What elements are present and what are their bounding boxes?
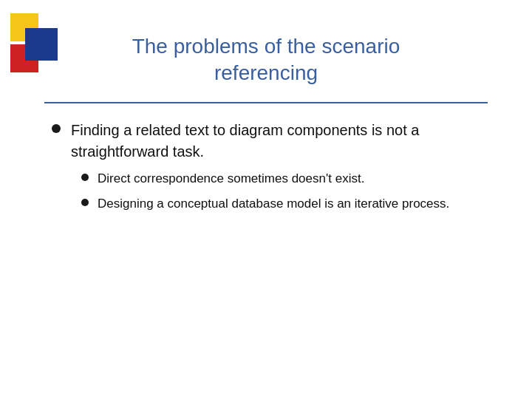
sub-bullet-dot-1	[81, 174, 89, 181]
title-line1: The problems of the scenario	[132, 35, 400, 58]
sub-bullet-1: Direct correspondence sometimes doesn't …	[81, 170, 488, 188]
decorative-squares	[0, 0, 52, 96]
sub-bullets-list: Direct correspondence sometimes doesn't …	[71, 170, 488, 214]
title-section: The problems of the scenario referencing	[44, 22, 488, 95]
main-bullet-text: Finding a related text to diagram compon…	[71, 120, 488, 221]
main-bullet-dot	[52, 124, 61, 133]
sub-bullet-dot-2	[81, 199, 89, 206]
content-section: Finding a related text to diagram compon…	[44, 120, 488, 231]
blue-square	[25, 28, 58, 61]
slide: The problems of the scenario referencing…	[0, 0, 532, 399]
title-line2: referencing	[214, 61, 318, 84]
sub-bullet-text-2: Designing a conceptual database model is…	[98, 195, 488, 214]
title-divider	[44, 102, 488, 103]
slide-title: The problems of the scenario referencing	[44, 33, 488, 87]
sub-bullet-2: Designing a conceptual database model is…	[81, 195, 488, 214]
main-bullet: Finding a related text to diagram compon…	[52, 120, 488, 221]
sub-bullet-text-1: Direct correspondence sometimes doesn't …	[98, 170, 488, 188]
